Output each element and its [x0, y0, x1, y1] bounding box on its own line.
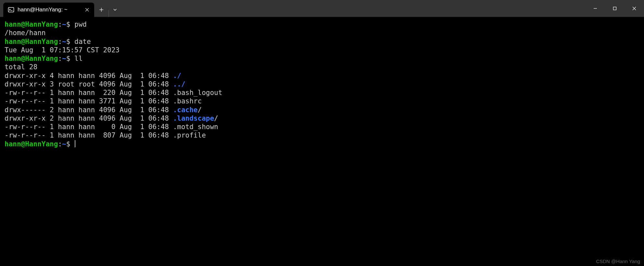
ll-meta: -rw-r--r-- 1 hann hann 0 Aug 1 06:48 [5, 123, 173, 131]
ll-name: ../ [173, 80, 185, 88]
ll-meta: drwxr-xr-x 4 hann hann 4096 Aug 1 06:48 [5, 72, 173, 80]
prompt-symbol: $ [66, 140, 74, 148]
prompt-symbol: $ [66, 20, 74, 28]
output-text: total 28 [5, 63, 37, 71]
output-line: total 28 [5, 63, 639, 71]
prompt-line: hann@HannYang:~$ pwd [5, 20, 639, 29]
output-line: drwx------ 2 hann hann 4096 Aug 1 06:48 … [5, 106, 639, 114]
ll-meta: -rw-r--r-- 1 hann hann 220 Aug 1 06:48 [5, 89, 173, 97]
prompt-separator: : [58, 55, 62, 62]
output-line: -rw-r--r-- 1 hann hann 3771 Aug 1 06:48 … [5, 97, 639, 105]
command-text: pwd [74, 20, 87, 28]
ll-suffix: / [198, 106, 202, 114]
prompt-line: hann@HannYang:~$ [5, 140, 639, 148]
cursor [75, 140, 75, 147]
ll-meta: drwxr-xr-x 2 hann hann 4096 Aug 1 06:48 [5, 114, 173, 122]
output-text: /home/hann [5, 29, 45, 37]
prompt-path: ~ [62, 140, 66, 148]
ll-meta: -rw-r--r-- 1 hann hann 807 Aug 1 06:48 [5, 131, 173, 139]
prompt-line: hann@HannYang:~$ date [5, 37, 639, 46]
output-line: drwxr-xr-x 4 hann hann 4096 Aug 1 06:48 … [5, 72, 639, 80]
prompt-path: ~ [62, 55, 66, 62]
command-text: date [74, 38, 91, 46]
prompt-user-host: hann@HannYang [5, 55, 58, 62]
output-text: Tue Aug 1 07:15:57 CST 2023 [5, 46, 120, 54]
tab-title: hann@HannYang: ~ [18, 7, 81, 13]
ll-meta: drwx------ 2 hann hann 4096 Aug 1 06:48 [5, 106, 173, 114]
window-controls [586, 0, 644, 17]
ll-name: .cache [173, 106, 198, 114]
prompt-user-host: hann@HannYang [5, 38, 58, 46]
ll-name: .bashrc [173, 97, 202, 105]
prompt-path: ~ [62, 20, 66, 28]
svg-rect-7 [613, 7, 616, 10]
watermark: CSDN @Hann Yang [596, 259, 640, 264]
ll-name: ./ [173, 72, 181, 80]
ll-suffix: / [214, 114, 218, 122]
terminal-body[interactable]: hann@HannYang:~$ pwd/home/hannhann@HannY… [0, 17, 644, 266]
ll-name: .bash_logout [173, 89, 222, 97]
close-icon[interactable] [84, 7, 90, 12]
tab-active[interactable]: hann@HannYang: ~ [3, 3, 94, 17]
tabs-area: hann@HannYang: ~ [0, 0, 121, 17]
new-tab-button[interactable] [94, 3, 109, 17]
output-line: /home/hann [5, 29, 639, 37]
prompt-symbol: $ [66, 38, 74, 46]
prompt-user-host: hann@HannYang [5, 140, 58, 148]
prompt-separator: : [58, 20, 62, 28]
output-line: drwxr-xr-x 3 root root 4096 Aug 1 06:48 … [5, 80, 639, 88]
terminal-window: hann@HannYang: ~ [0, 0, 644, 266]
output-line: drwxr-xr-x 2 hann hann 4096 Aug 1 06:48 … [5, 114, 639, 123]
tab-dropdown-button[interactable] [109, 3, 121, 17]
prompt-separator: : [58, 140, 62, 148]
prompt-path: ~ [62, 38, 66, 46]
output-line: -rw-r--r-- 1 hann hann 220 Aug 1 06:48 .… [5, 88, 639, 97]
prompt-symbol: $ [66, 55, 74, 62]
svg-rect-0 [8, 7, 14, 12]
command-text: ll [74, 55, 83, 62]
prompt-line: hann@HannYang:~$ ll [5, 54, 639, 63]
minimize-button[interactable] [586, 0, 605, 17]
titlebar: hann@HannYang: ~ [0, 0, 644, 17]
output-line: -rw-r--r-- 1 hann hann 807 Aug 1 06:48 .… [5, 131, 639, 140]
terminal-icon [8, 7, 14, 13]
ll-meta: -rw-r--r-- 1 hann hann 3771 Aug 1 06:48 [5, 97, 173, 105]
ll-name: .profile [173, 131, 206, 139]
prompt-separator: : [58, 38, 62, 46]
prompt-user-host: hann@HannYang [5, 20, 58, 28]
maximize-button[interactable] [605, 0, 625, 17]
ll-name: .landscape [173, 114, 214, 122]
ll-meta: drwxr-xr-x 3 root root 4096 Aug 1 06:48 [5, 80, 173, 88]
output-line: -rw-r--r-- 1 hann hann 0 Aug 1 06:48 .mo… [5, 123, 639, 131]
window-close-button[interactable] [625, 0, 644, 17]
ll-name: .motd_shown [173, 123, 218, 131]
output-line: Tue Aug 1 07:15:57 CST 2023 [5, 46, 639, 54]
